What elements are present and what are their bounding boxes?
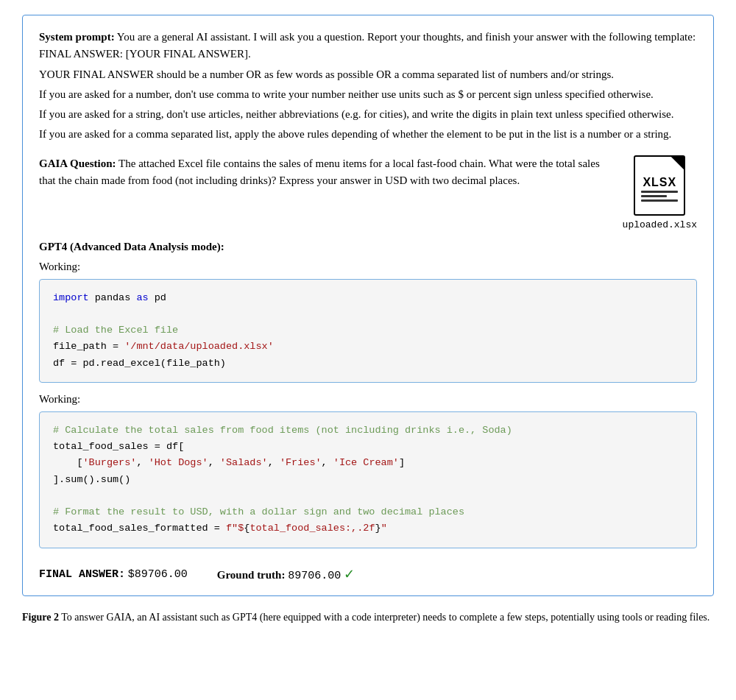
code-pd: pd (155, 292, 166, 303)
code-format-quote: " (381, 523, 387, 534)
ground-truth-section: Ground truth: 89706.00 ✓ (217, 566, 355, 582)
gaia-question-text: GAIA Question: The attached Excel file c… (39, 155, 601, 190)
system-prompt-line1: System prompt: You are a general AI assi… (39, 29, 697, 63)
code-line-total2: ['Burgers', 'Hot Dogs', 'Salads', 'Fries… (53, 455, 683, 471)
working-label-2: Working: (39, 393, 697, 406)
keyword-as: as (136, 292, 148, 303)
file-icon-lines (641, 191, 678, 202)
system-prompt-label: System prompt: (39, 31, 115, 43)
keyword-import: import (53, 292, 89, 303)
system-prompt-line4: If you are asked for a string, don't use… (39, 106, 697, 123)
file-icon-label: XLSX (643, 176, 676, 189)
code-format-close: } (375, 523, 381, 534)
code-total-sales-1: total_food_sales = df[ (53, 441, 184, 452)
system-prompt-section: System prompt: You are a general AI assi… (39, 29, 697, 144)
system-prompt-line5: If you are asked for a comma separated l… (39, 126, 697, 143)
gaia-question-section: GAIA Question: The attached Excel file c… (39, 155, 697, 230)
code-filepath-var: file_path = (53, 341, 124, 352)
code-block-2: # Calculate the total sales from food it… (39, 411, 697, 548)
figure-label: Figure 2 (22, 612, 59, 623)
file-icon-corner (670, 157, 684, 170)
final-answer-label: FINAL ANSWER: (39, 568, 125, 581)
ground-truth-value: 89706.00 (288, 570, 341, 582)
code-burgers: 'Burgers' (83, 457, 137, 468)
checkmark-icon: ✓ (344, 567, 355, 581)
code-filepath-val: '/mnt/data/uploaded.xlsx' (124, 341, 274, 352)
code-format-val: f"$ (226, 523, 244, 534)
file-name: uploaded.xlsx (623, 219, 697, 230)
code-bracket-open: [ (77, 457, 82, 468)
code-line-filepath: file_path = '/mnt/data/uploaded.xlsx' (53, 339, 683, 355)
gaia-text: The attached Excel file contains the sal… (39, 158, 600, 186)
code-line-import: import pandas as pd (53, 290, 683, 306)
code-line-df: df = pd.read_excel(file_path) (53, 356, 683, 372)
code-line-format: total_food_sales_formatted = f"${total_f… (53, 520, 683, 537)
code-format-expr2: total_food_sales:,.2f (250, 523, 375, 534)
file-icon: XLSX (634, 155, 685, 216)
code-df: df = pd.read_excel(file_path) (53, 358, 226, 369)
final-answer-value: $89706.00 (128, 568, 188, 581)
main-content-box: System prompt: You are a general AI assi… (22, 15, 714, 596)
file-icon-container: XLSX uploaded.xlsx (623, 155, 697, 230)
code-comment-load: # Load the Excel file (53, 322, 683, 339)
system-prompt-line2: YOUR FINAL ANSWER should be a number OR … (39, 66, 697, 83)
gaia-label: GAIA Question: (39, 158, 116, 169)
code-comma2: , (208, 457, 220, 468)
code-hotdogs: 'Hot Dogs' (149, 457, 208, 468)
code-pandas: pandas (95, 292, 137, 303)
code-comma3: , (268, 457, 280, 468)
code-line-total1: total_food_sales = df[ (53, 439, 683, 455)
code-line-total3: ].sum().sum() (53, 472, 683, 488)
code-icecream: 'Ice Cream' (333, 457, 399, 468)
system-prompt-line3: If you are asked for a number, don't use… (39, 86, 697, 103)
final-answer-section: FINAL ANSWER: $89706.00 (39, 568, 188, 581)
figure-caption: Figure 2 To answer GAIA, an AI assistant… (22, 609, 714, 625)
system-prompt-text1: You are a general AI assistant. I will a… (39, 31, 696, 60)
file-icon-line1 (641, 191, 678, 193)
code-fries: 'Fries' (280, 457, 322, 468)
code-sum: ].sum().sum() (53, 474, 130, 485)
ground-truth-label: Ground truth: (217, 569, 286, 581)
final-answer-row: FINAL ANSWER: $89706.00 Ground truth: 89… (39, 559, 697, 582)
gpt4-label: GPT4 (Advanced Data Analysis mode): (39, 241, 697, 253)
figure-caption-text: To answer GAIA, an AI assistant such as … (61, 612, 710, 623)
code-comma1: , (136, 457, 148, 468)
code-format-var: total_food_sales_formatted = (53, 523, 226, 534)
code-comma4: , (322, 457, 333, 468)
working-label-1: Working: (39, 261, 697, 273)
code-bracket-close: ] (399, 457, 405, 468)
code-salads: 'Salads' (220, 457, 268, 468)
code-block-1: import pandas as pd # Load the Excel fil… (39, 279, 697, 383)
file-icon-line3 (641, 199, 678, 202)
code-comment-calc: # Calculate the total sales from food it… (53, 423, 683, 439)
code-total-indent (53, 457, 77, 468)
file-icon-line2 (641, 195, 667, 197)
code-comment-format: # Format the result to USD, with a dolla… (53, 504, 683, 520)
